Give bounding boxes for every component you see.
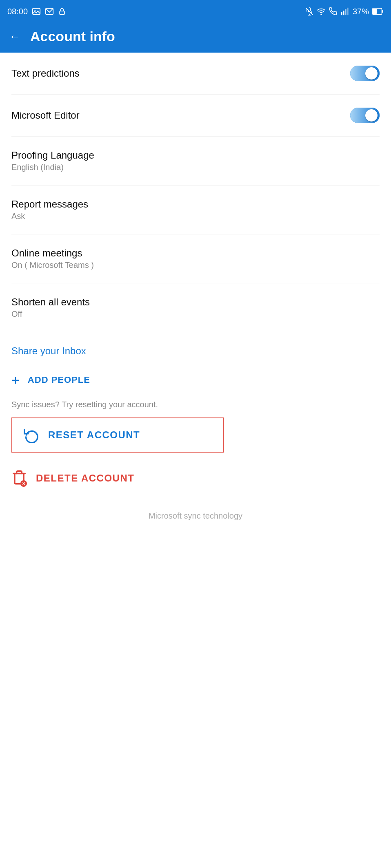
reset-account-button[interactable]: RESET ACCOUNT <box>11 417 224 453</box>
back-button[interactable]: ← <box>9 30 20 43</box>
app-header: ← Account info <box>0 23 391 53</box>
svg-rect-8 <box>345 9 347 15</box>
image-icon <box>32 7 41 16</box>
wifi-icon <box>317 7 326 16</box>
text-predictions-toggle[interactable] <box>350 66 380 81</box>
lock-icon <box>58 7 66 15</box>
svg-rect-12 <box>382 10 383 13</box>
microsoft-editor-toggle[interactable] <box>350 108 380 123</box>
text-predictions-row[interactable]: Text predictions <box>11 53 380 95</box>
svg-point-1 <box>34 10 36 11</box>
settings-content: Text predictions Microsoft Editor Proofi… <box>0 53 391 537</box>
status-bar: 08:00 37% <box>0 0 391 23</box>
status-time: 08:00 <box>7 7 28 16</box>
battery-percent: 37% <box>353 7 369 16</box>
call-icon <box>329 7 337 15</box>
status-right-area: 37% <box>305 7 384 16</box>
reset-account-label: RESET ACCOUNT <box>48 429 140 441</box>
microsoft-editor-row[interactable]: Microsoft Editor <box>11 95 380 137</box>
page-title: Account info <box>30 29 115 44</box>
report-messages-label-area: Report messages Ask <box>11 199 88 221</box>
svg-rect-3 <box>60 11 64 14</box>
svg-rect-7 <box>343 11 344 15</box>
delete-icon <box>11 470 27 487</box>
online-meetings-label-area: Online meetings On ( Microsoft Teams ) <box>11 247 94 270</box>
shorten-all-events-row[interactable]: Shorten all events Off <box>11 283 380 332</box>
proofing-language-label-area: Proofing Language English (India) <box>11 150 94 172</box>
text-predictions-label: Text predictions <box>11 68 80 79</box>
status-time-area: 08:00 <box>7 7 66 16</box>
shorten-all-events-label-area: Shorten all events Off <box>11 296 90 319</box>
battery-icon <box>372 8 384 15</box>
toggle-thumb <box>365 109 378 121</box>
microsoft-editor-label-area: Microsoft Editor <box>11 110 80 121</box>
sync-issues-text: Sync issues? Try resetting your account. <box>11 400 380 417</box>
svg-rect-0 <box>33 9 40 15</box>
mail-icon <box>45 7 54 16</box>
delete-account-button[interactable]: DELETE ACCOUNT <box>11 466 380 503</box>
svg-point-5 <box>321 14 322 15</box>
report-messages-row[interactable]: Report messages Ask <box>11 186 380 234</box>
toggle-thumb <box>365 67 378 80</box>
footer-text: Microsoft sync technology <box>11 503 380 537</box>
proofing-language-row[interactable]: Proofing Language English (India) <box>11 137 380 186</box>
svg-rect-11 <box>373 9 377 14</box>
svg-rect-6 <box>341 12 342 15</box>
delete-account-label: DELETE ACCOUNT <box>36 473 134 484</box>
svg-rect-9 <box>347 8 349 15</box>
share-inbox-link[interactable]: Share your Inbox <box>11 332 380 365</box>
add-people-icon: + <box>11 373 20 387</box>
add-people-button[interactable]: + ADD PEOPLE <box>11 365 380 400</box>
online-meetings-row[interactable]: Online meetings On ( Microsoft Teams ) <box>11 234 380 283</box>
mute-icon <box>305 7 313 15</box>
add-people-label: ADD PEOPLE <box>28 375 90 385</box>
signal-icon <box>340 7 349 16</box>
reset-icon <box>24 427 39 443</box>
